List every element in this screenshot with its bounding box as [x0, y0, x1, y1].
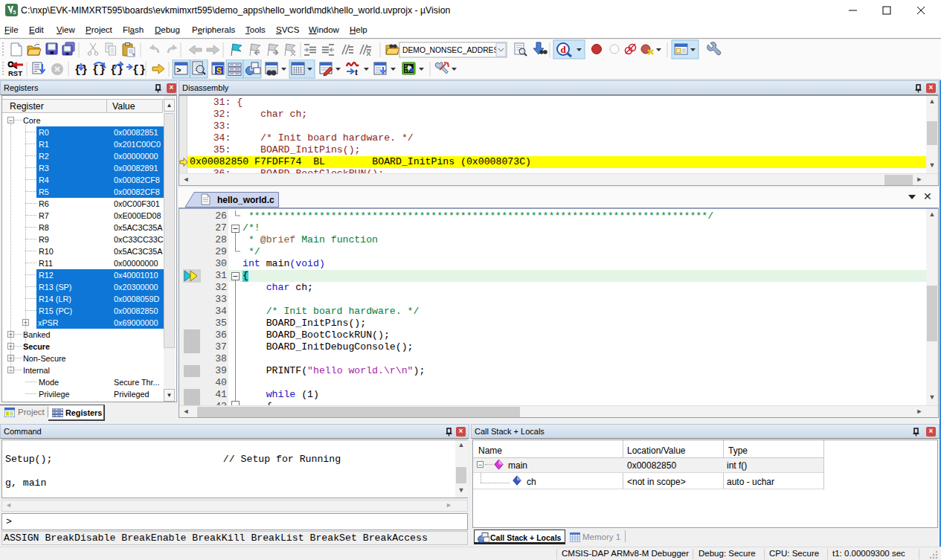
- svg-text:DEMO_NONSEC_ADDRES: DEMO_NONSEC_ADDRES: [402, 46, 498, 54]
- svg-text:RST: RST: [8, 69, 22, 77]
- svg-text:S: S: [216, 66, 222, 75]
- svg-text:{}: {}: [132, 64, 146, 77]
- svg-text:t: t: [355, 67, 358, 77]
- svg-text:5: 5: [13, 10, 16, 15]
- svg-text:hello_world.c: hello_world.c: [217, 195, 274, 205]
- svg-text:d: d: [560, 44, 566, 55]
- svg-text:>: >: [176, 66, 182, 75]
